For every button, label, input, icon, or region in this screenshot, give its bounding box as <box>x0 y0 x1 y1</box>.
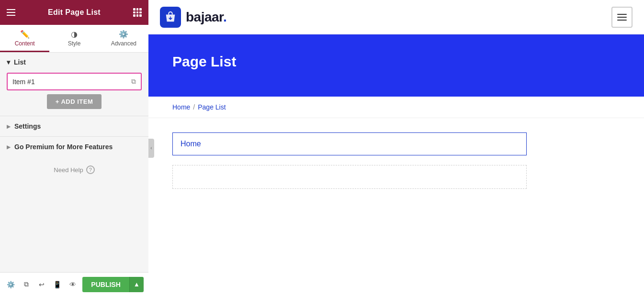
need-help: Need Help ? <box>0 157 148 183</box>
breadcrumb-area: Home / Page List <box>148 97 644 118</box>
right-area: bajaar. Page List Home / Page List Home <box>148 0 644 296</box>
premium-header[interactable]: ▶ Go Premium for More Features <box>0 137 148 157</box>
nav-menu-button[interactable] <box>611 7 633 28</box>
list-section-label: List <box>14 58 26 66</box>
panel-content: ▾ List Item #1 <box>0 53 148 296</box>
item-row-wrapper: Item #1 ⧉ <box>0 70 148 92</box>
publish-dropdown-arrow[interactable]: ▲ <box>129 277 144 292</box>
hero-title: Page List <box>172 54 620 70</box>
premium-section: ▶ Go Premium for More Features <box>0 136 148 157</box>
history-icon[interactable]: ↩ <box>36 278 47 291</box>
item-row[interactable]: Item #1 ⧉ <box>7 73 142 90</box>
collapse-handle[interactable]: ‹ <box>148 139 154 158</box>
style-icon: ◑ <box>71 30 78 39</box>
brand-icon <box>160 7 181 28</box>
grid-icon[interactable] <box>133 8 142 17</box>
copy-icon[interactable]: ⧉ <box>131 77 136 86</box>
breadcrumb-home[interactable]: Home <box>172 103 190 111</box>
left-panel: Edit Page List ✏️ Content ◑ Style ⚙️ Adv… <box>0 0 148 296</box>
device-icon[interactable]: 📱 <box>51 278 63 291</box>
content-area: Home <box>148 118 644 296</box>
hero-section: Page List <box>148 34 644 97</box>
publish-button[interactable]: PUBLISH <box>82 277 129 292</box>
panel-title: Edit Page List <box>48 8 101 17</box>
advanced-icon: ⚙️ <box>119 30 128 39</box>
list-collapse-arrow: ▾ <box>7 58 10 66</box>
tab-advanced[interactable]: ⚙️ Advanced <box>99 25 148 52</box>
breadcrumb-current: Page List <box>198 103 226 111</box>
settings-label: Settings <box>14 122 41 130</box>
settings-arrow: ▶ <box>7 124 11 129</box>
brand-dot: . <box>223 10 226 24</box>
hamburger-icon[interactable] <box>7 9 15 16</box>
settings-header[interactable]: ▶ Settings <box>0 116 148 136</box>
add-item-button[interactable]: + ADD ITEM <box>47 94 102 109</box>
list-section-header[interactable]: ▾ List <box>0 53 148 70</box>
brand-name: bajaar. <box>186 10 226 25</box>
tab-advanced-label: Advanced <box>111 40 136 47</box>
top-bar: Edit Page List <box>0 0 148 25</box>
brand: bajaar. <box>160 7 226 28</box>
premium-arrow: ▶ <box>7 144 11 150</box>
publish-btn-group: PUBLISH ▲ <box>82 277 144 292</box>
breadcrumb-separator: / <box>193 103 195 111</box>
list-section: ▾ List Item #1 <box>0 53 148 116</box>
add-item-row: + ADD ITEM <box>0 92 148 116</box>
bottom-toolbar: ⚙️ ⧉ ↩ 📱 👁 PUBLISH ▲ <box>0 272 148 296</box>
content-icon: ✏️ <box>20 30 30 39</box>
dashed-placeholder <box>172 165 527 189</box>
tab-content-label: Content <box>15 40 35 47</box>
tab-content[interactable]: ✏️ Content <box>0 25 49 52</box>
settings-tool-icon[interactable]: ⚙️ <box>5 278 16 291</box>
eye-icon[interactable]: 👁 <box>67 278 79 291</box>
premium-label: Go Premium for More Features <box>14 143 113 151</box>
help-icon[interactable]: ? <box>86 165 95 174</box>
tabs-bar: ✏️ Content ◑ Style ⚙️ Advanced <box>0 25 148 53</box>
svg-rect-2 <box>617 17 627 18</box>
layers-icon[interactable]: ⧉ <box>20 278 32 291</box>
svg-rect-1 <box>617 14 627 15</box>
tab-style[interactable]: ◑ Style <box>49 25 99 52</box>
nav-bar: bajaar. <box>148 0 644 34</box>
settings-section: ▶ Settings <box>0 116 148 136</box>
item-label: Item #1 <box>12 78 131 86</box>
need-help-label: Need Help <box>54 166 83 174</box>
svg-rect-3 <box>617 20 627 21</box>
tab-style-label: Style <box>68 40 81 47</box>
home-item: Home <box>172 132 527 155</box>
